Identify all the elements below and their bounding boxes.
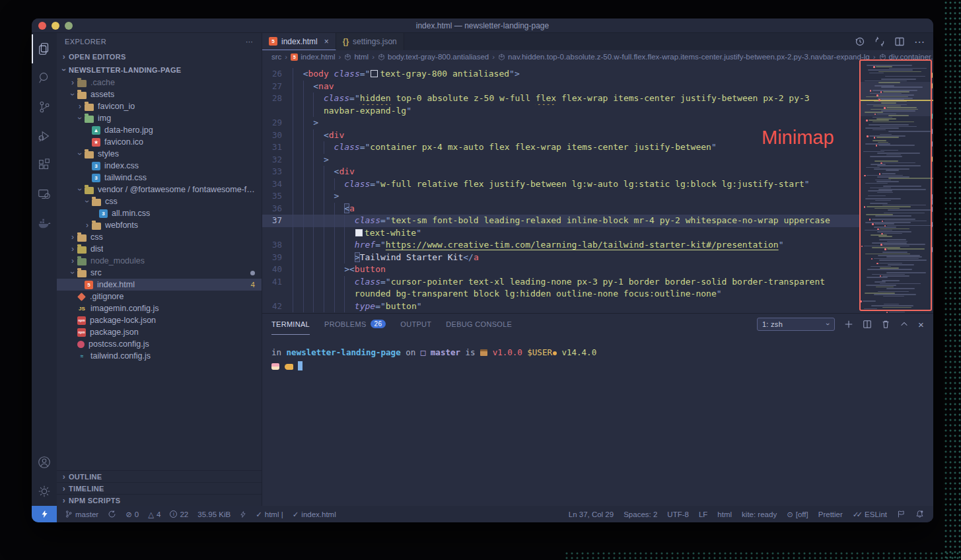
tree-item-styles[interactable]: ›styles bbox=[57, 148, 262, 160]
terminal-content[interactable]: in newsletter-landing-page on □ master i… bbox=[262, 335, 933, 506]
close-panel-icon[interactable]: × bbox=[918, 319, 924, 330]
tree-item-index-css[interactable]: 3index.css bbox=[57, 160, 262, 172]
tree-item-all-min-css[interactable]: 3all.min.css bbox=[57, 207, 262, 219]
close-tab-icon[interactable]: × bbox=[324, 37, 329, 46]
panel-tab-problems[interactable]: PROBLEMS26 bbox=[324, 314, 386, 335]
history-icon[interactable] bbox=[855, 36, 865, 47]
tree-item-src[interactable]: ›src bbox=[57, 267, 262, 279]
tree-item-imagemin-config-js[interactable]: JSimagemin.config.js bbox=[57, 302, 262, 314]
status-eslint[interactable]: ✓✓ESLint bbox=[853, 510, 887, 519]
folder-icon bbox=[77, 92, 87, 99]
status-bell[interactable] bbox=[915, 510, 924, 518]
tree-item-tailwind-config-js[interactable]: ≈tailwind.config.js bbox=[57, 350, 262, 362]
tree-item-package-json[interactable]: npmpackage.json bbox=[57, 326, 262, 338]
activity-source-control[interactable] bbox=[32, 92, 57, 122]
sidebar-section-npm-scripts[interactable]: ›NPM SCRIPTS bbox=[57, 494, 262, 506]
tree-item-vendor-fortawesome-fontawesome-free[interactable]: ›vendor / @fortawesome / fontawesome-fre… bbox=[57, 184, 262, 195]
new-terminal-icon[interactable] bbox=[844, 320, 853, 329]
branch-icon bbox=[65, 510, 73, 518]
status-kite-ready[interactable]: kite: ready bbox=[742, 510, 777, 518]
tree-item--cache[interactable]: ›.cache bbox=[57, 77, 262, 88]
status-master[interactable]: master bbox=[65, 510, 98, 518]
explorer-more-actions[interactable]: ⋯ bbox=[246, 38, 254, 46]
status-html-[interactable]: ✓html | bbox=[256, 510, 283, 519]
bell-icon bbox=[915, 510, 924, 518]
code-area[interactable]: 26<body class="text-gray-800 antialiased… bbox=[262, 63, 933, 313]
kill-terminal-icon[interactable] bbox=[881, 320, 890, 329]
account-button[interactable] bbox=[32, 448, 57, 477]
sidebar-section-timeline[interactable]: ›TIMELINE bbox=[57, 482, 262, 494]
breadcrumb-item[interactable]: body.text-gray-800.antialiased bbox=[378, 53, 489, 61]
code-line: 38href="https://www.creative-tim.com/lea… bbox=[262, 239, 859, 252]
activity-explorer[interactable] bbox=[32, 34, 57, 63]
tab-index-html[interactable]: 5index.html× bbox=[262, 33, 336, 50]
breadcrumb-item[interactable]: html bbox=[344, 53, 369, 61]
tree-item-tailwind-css[interactable]: 3tailwind.css bbox=[57, 172, 262, 184]
open-changes-icon[interactable] bbox=[874, 36, 885, 47]
breadcrumb-item[interactable]: src bbox=[271, 53, 281, 61]
status-html[interactable]: html bbox=[717, 510, 732, 518]
tree-item-label: webfonts bbox=[105, 221, 138, 230]
sidebar-section-outline[interactable]: ›OUTLINE bbox=[57, 470, 262, 482]
status-utf-8[interactable]: UTF-8 bbox=[667, 510, 689, 518]
remote-indicator[interactable] bbox=[32, 506, 57, 522]
tree-item-img[interactable]: ›img bbox=[57, 112, 262, 124]
breadcrumb-item[interactable]: nav.hidden.top-0.absolute.z-50.w-full.fl… bbox=[498, 53, 870, 61]
twisty-chevron-icon: › bbox=[83, 197, 92, 206]
status-prettier[interactable]: Prettier bbox=[818, 510, 843, 518]
split-editor-icon[interactable] bbox=[894, 36, 905, 47]
tree-item-node-modules[interactable]: ›node_modules bbox=[57, 255, 262, 267]
tree-item-data-hero-jpg[interactable]: ▲data-hero.jpg bbox=[57, 124, 262, 136]
tree-item--gitignore[interactable]: .gitignore bbox=[57, 291, 262, 302]
settings-button[interactable] bbox=[32, 477, 57, 506]
status-flag[interactable] bbox=[897, 510, 906, 518]
status-sync[interactable] bbox=[108, 510, 116, 518]
status-ln-37-col-29[interactable]: Ln 37, Col 29 bbox=[569, 510, 614, 518]
editor-column: 5index.html×{}settings.json ⋯ src›5index… bbox=[262, 33, 933, 506]
project-root-folder[interactable]: › NEWSLETTER-LANDING-PAGE bbox=[57, 63, 262, 77]
more-actions-icon[interactable]: ⋯ bbox=[914, 36, 925, 48]
shell-selector[interactable]: 1: zsh › bbox=[757, 318, 835, 331]
activity-docker[interactable] bbox=[32, 209, 57, 238]
code-editor[interactable]: 26<body class="text-gray-800 antialiased… bbox=[262, 63, 859, 313]
tree-item-css[interactable]: ›css bbox=[57, 195, 262, 207]
tab-settings-json[interactable]: {}settings.json bbox=[336, 33, 404, 50]
tree-item-assets[interactable]: ›assets bbox=[57, 88, 262, 100]
activity-remote-explorer[interactable] bbox=[32, 180, 57, 209]
status-spaces-2[interactable]: Spaces: 2 bbox=[623, 510, 657, 518]
tree-item-css[interactable]: ›css bbox=[57, 231, 262, 243]
activity-search[interactable] bbox=[32, 63, 57, 92]
tree-item-postcss-config-js[interactable]: postcss.config.js bbox=[57, 338, 262, 350]
tree-item-index-html[interactable]: 5index.html4 bbox=[57, 279, 262, 291]
status--off-[interactable]: ⊙[off] bbox=[787, 510, 808, 519]
status-0[interactable]: ⊘0 bbox=[125, 510, 139, 519]
maximize-panel-icon[interactable] bbox=[900, 320, 909, 329]
line-number: 27 bbox=[262, 81, 293, 93]
breadcrumb-item[interactable]: 5index.html bbox=[291, 53, 335, 61]
split-terminal-icon[interactable] bbox=[863, 320, 872, 329]
breadcrumb-item[interactable]: div.container. bbox=[879, 53, 933, 61]
tree-item-dist[interactable]: ›dist bbox=[57, 243, 262, 255]
twisty-chevron-icon: › bbox=[83, 221, 92, 230]
file-icon: 3 bbox=[92, 162, 100, 170]
tree-item-favicon-io[interactable]: ›favicon_io bbox=[57, 100, 262, 112]
status-lf[interactable]: LF bbox=[699, 510, 707, 518]
code-line: 34class="w-full relative flex justify-be… bbox=[262, 178, 859, 191]
minimap[interactable] bbox=[859, 63, 933, 313]
panel-tab-debug-console[interactable]: DEBUG CONSOLE bbox=[446, 314, 512, 335]
terminal-line bbox=[271, 359, 933, 373]
tree-item-package-lock-json[interactable]: npmpackage-lock.json bbox=[57, 314, 262, 326]
status-zap[interactable] bbox=[240, 510, 246, 518]
status-35-95-kib[interactable]: 35.95 KiB bbox=[197, 510, 231, 518]
status-22[interactable]: i22 bbox=[170, 510, 188, 518]
open-editors-section[interactable]: › OPEN EDITORS bbox=[57, 50, 262, 63]
tree-item-favicon-ico[interactable]: ★favicon.ico bbox=[57, 136, 262, 148]
panel-tab-output[interactable]: OUTPUT bbox=[400, 314, 431, 335]
tree-item-label: package.json bbox=[90, 328, 139, 337]
status-index-html[interactable]: ✓index.html bbox=[293, 510, 336, 519]
panel-tab-terminal[interactable]: TERMINAL bbox=[271, 314, 310, 335]
tree-item-webfonts[interactable]: ›webfonts bbox=[57, 219, 262, 231]
status-4[interactable]: △4 bbox=[148, 510, 160, 519]
activity-run-debug[interactable] bbox=[32, 122, 57, 151]
activity-extensions[interactable] bbox=[32, 151, 57, 180]
